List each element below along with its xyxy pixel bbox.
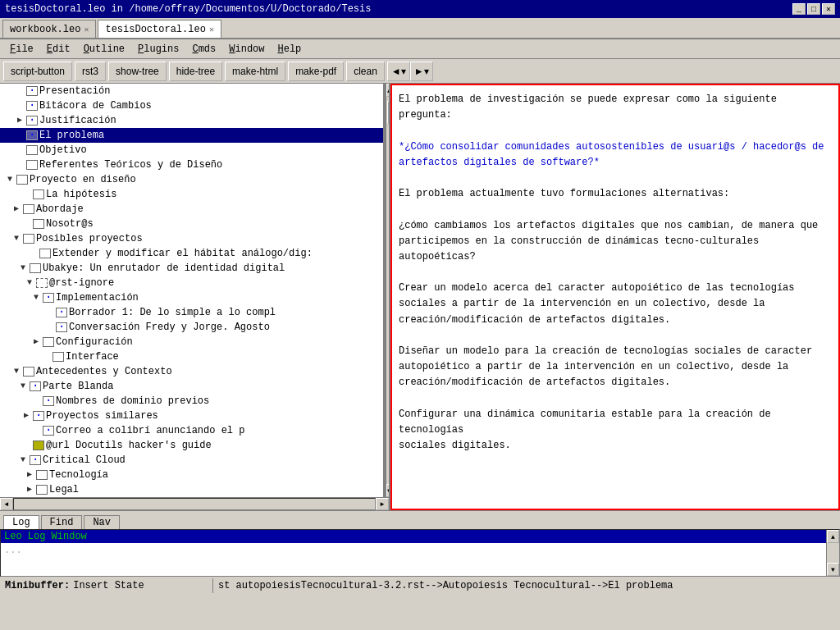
editor-blank-3: [399, 202, 832, 217]
tree-item-proyectos-similares[interactable]: ▶ Proyectos similares: [0, 409, 383, 423]
tree-label: Borrador 1: De lo simple a lo compl: [69, 306, 276, 319]
tree-item-abordaje[interactable]: ▶ Abordaje: [0, 202, 383, 217]
tree-hscroll[interactable]: ◄ ►: [0, 497, 389, 510]
rst3-button[interactable]: rst3: [75, 62, 106, 81]
title-bar-controls: _ □ ✕: [792, 3, 835, 15]
tree-icon: [36, 485, 48, 495]
menu-outline[interactable]: Outline: [77, 42, 131, 57]
toolbar: script-button rst3 show-tree hide-tree m…: [0, 59, 840, 84]
log-tab-find[interactable]: Find: [41, 515, 83, 529]
tree-arrow[interactable]: ▶: [21, 409, 31, 422]
tree-item-ubakye[interactable]: ▼ Ubakye: Un enrutador de identidad digi…: [0, 261, 383, 276]
tree-item-antecedentes[interactable]: ▼ Antecedentes y Contexto: [0, 364, 383, 379]
tree-item-proyecto[interactable]: ▼ Proyecto en diseño: [0, 172, 383, 187]
tree-label: @url Docutils hacker's guide: [46, 439, 212, 452]
editor-pane[interactable]: El problema de investigación se puede ex…: [390, 84, 840, 510]
tree-arrow[interactable]: ▼: [25, 276, 34, 290]
tree-item-conversacion[interactable]: Conversación Fredy y Jorge. Agosto: [0, 320, 383, 335]
tree-label: Abordaje: [36, 203, 84, 216]
tree-scroll-up[interactable]: ▲: [386, 84, 389, 97]
nav-prev-button[interactable]: ◄▾: [387, 62, 410, 81]
tree-arrow[interactable]: ▶: [11, 203, 21, 216]
tab-tesisdoctoral-label: tesisDoctoral.leo: [105, 24, 205, 35]
tree-item-critical-cloud[interactable]: ▼ Critical Cloud: [0, 453, 383, 468]
tree-item-legal[interactable]: ▶ Legal: [0, 482, 383, 497]
tree-item-url-docutils[interactable]: @url Docutils hacker's guide: [0, 438, 383, 453]
tree-arrow[interactable]: ▼: [18, 262, 28, 275]
editor-blank-4: [399, 265, 832, 281]
tree-scroll-down[interactable]: ▼: [386, 484, 389, 497]
tab-workbook[interactable]: workbook.leo ✕: [2, 20, 96, 38]
tree-item-bitacora[interactable]: Bitácora de Cambios: [0, 98, 383, 113]
log-tab-nav[interactable]: Nav: [84, 515, 120, 529]
menu-cmds[interactable]: Cmds: [185, 42, 222, 57]
tree-arrow[interactable]: ▶: [25, 468, 34, 482]
tree-item-borrador[interactable]: Borrador 1: De lo simple a lo compl: [0, 305, 383, 320]
maximize-button[interactable]: □: [807, 3, 820, 15]
tree-item-parte-blanda[interactable]: ▼ Parte Blanda: [0, 379, 383, 394]
log-scroll-up[interactable]: ▲: [827, 530, 839, 543]
editor-blank-6: [399, 391, 832, 407]
tree-arrow[interactable]: ▼: [5, 173, 15, 186]
tab-workbook-close[interactable]: ✕: [84, 25, 89, 34]
tree-arrow[interactable]: ▼: [18, 380, 28, 393]
menu-edit[interactable]: Edit: [40, 42, 77, 57]
tree-item-justificacion[interactable]: ▶ Justificación: [0, 113, 383, 128]
make-html-button[interactable]: make-html: [225, 62, 285, 81]
close-button[interactable]: ✕: [822, 3, 835, 15]
tree-label: El problema: [39, 129, 104, 142]
tree-arrow[interactable]: ▶: [31, 336, 41, 349]
menu-window[interactable]: Window: [222, 42, 271, 57]
nav-buttons: ◄▾ ►▾: [387, 62, 433, 81]
tab-workbook-label: workbook.leo: [10, 24, 80, 35]
tree-item-referentes[interactable]: Referentes Teóricos y de Diseño: [0, 158, 383, 172]
tree-label: Correo a colibrí anunciando el p: [56, 424, 244, 437]
tree-item-objetivo[interactable]: Objetivo: [0, 143, 383, 158]
tree-arrow[interactable]: ▼: [11, 365, 21, 378]
menu-help[interactable]: Help: [272, 42, 308, 57]
tree-item-hipotesis[interactable]: La hipótesis: [0, 187, 383, 202]
tree-item-implementacion[interactable]: ▼ Implementación: [0, 290, 383, 305]
tree-arrow[interactable]: ▼: [18, 454, 28, 467]
tab-tesisdoctoral-close[interactable]: ✕: [209, 25, 214, 34]
show-tree-button[interactable]: show-tree: [108, 62, 167, 81]
tree-label: Extender y modificar el hábitat análogo/…: [52, 247, 313, 260]
tree-pane[interactable]: Presentación Bitácora de Cambios ▶ Justi…: [0, 84, 386, 497]
make-pdf-button[interactable]: make-pdf: [288, 62, 344, 81]
tree-item-extender[interactable]: Extender y modificar el hábitat análogo/…: [0, 246, 383, 261]
log-scroll-down[interactable]: ▼: [827, 563, 839, 576]
tree-label: Nosotr@s: [46, 217, 94, 231]
tree-arrow[interactable]: ▼: [11, 232, 21, 245]
menu-plugins[interactable]: Plugins: [131, 42, 185, 57]
log-tab-log[interactable]: Log: [3, 515, 39, 529]
tab-bar: workbook.leo ✕ tesisDoctoral.leo ✕: [0, 18, 840, 39]
tree-icon: [23, 204, 34, 214]
tree-arrow[interactable]: ▶: [25, 483, 34, 496]
clean-button[interactable]: clean: [346, 62, 385, 81]
tree-label: Presentación: [39, 84, 110, 98]
tree-arrow[interactable]: ▼: [31, 291, 41, 304]
tree-hscroll-left[interactable]: ◄: [0, 498, 13, 510]
tree-item-rst-ignore[interactable]: ▼ @rst-ignore: [0, 276, 383, 290]
tree-hscroll-right[interactable]: ►: [376, 498, 389, 510]
tree-item-nombres[interactable]: Nombres de dominio previos: [0, 394, 383, 409]
script-button-btn[interactable]: script-button: [3, 62, 72, 81]
tree-label: Conversación Fredy y Jorge. Agosto: [69, 321, 270, 334]
tree-arrow[interactable]: ▶: [15, 114, 25, 127]
tree-item-interface[interactable]: Interface: [0, 349, 383, 364]
tree-item-posibles[interactable]: ▼ Posibles proyectos: [0, 231, 383, 246]
tree-icon: [30, 455, 41, 465]
nav-next-button[interactable]: ►▾: [410, 62, 433, 81]
tree-icon: [43, 426, 54, 436]
tree-item-presentacion[interactable]: Presentación: [0, 84, 383, 98]
tree-item-nosotros[interactable]: Nosotr@s: [0, 217, 383, 231]
minimize-button[interactable]: _: [792, 3, 806, 15]
tree-icon: [26, 116, 38, 126]
tree-item-tecnologia[interactable]: ▶ Tecnología: [0, 468, 383, 482]
hide-tree-button[interactable]: hide-tree: [169, 62, 222, 81]
menu-file[interactable]: File: [3, 42, 40, 57]
tree-item-el-problema[interactable]: El problema: [0, 128, 383, 143]
tab-tesisdoctoral[interactable]: tesisDoctoral.leo ✕: [98, 20, 221, 38]
tree-item-correo[interactable]: Correo a colibrí anunciando el p: [0, 423, 383, 438]
tree-item-configuracion[interactable]: ▶ Configuración: [0, 335, 383, 349]
